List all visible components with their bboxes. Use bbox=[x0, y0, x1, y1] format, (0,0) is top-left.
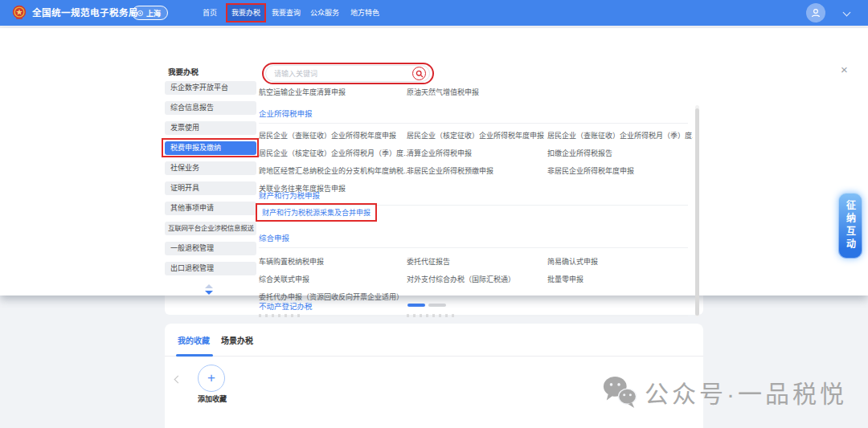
search-button[interactable] bbox=[412, 67, 426, 80]
location-pin-icon bbox=[137, 10, 144, 17]
sidebar-item-other-matters[interactable]: 其他事项申请 bbox=[165, 202, 256, 215]
service-link[interactable]: 居民企业（核定征收）企业所得税年度申报 bbox=[407, 130, 547, 141]
interaction-floating-button[interactable]: 征纳互动 bbox=[838, 193, 862, 259]
user-icon bbox=[810, 7, 821, 18]
nav-item-home[interactable]: 首页 bbox=[203, 0, 217, 26]
tab-my-favorites[interactable]: 我的收藏 bbox=[178, 334, 210, 346]
interaction-button-label: 征纳互动 bbox=[844, 200, 858, 251]
service-link[interactable]: 非居民企业所得税年度申报 bbox=[547, 165, 693, 176]
tab-scenario-tax[interactable]: 场景办税 bbox=[221, 334, 253, 346]
scroll-up-icon[interactable] bbox=[205, 284, 213, 288]
account-chevron-down-icon[interactable] bbox=[843, 9, 851, 17]
top-bar: 全国统一规范电子税务局 上海 首页 我要办税 我要查询 公众服务 地方特色 bbox=[0, 0, 868, 26]
service-link[interactable]: 居民企业（查账征收）企业所得税年度申报 bbox=[259, 130, 407, 141]
sidebar-scroll-arrows[interactable] bbox=[203, 284, 215, 295]
section-corporate-income-tax: 企业所得税申报 居民企业（查账征收）企业所得税年度申报 居民企业（核定征收）企业… bbox=[259, 108, 693, 194]
wechat-icon bbox=[601, 375, 638, 409]
sidebar-item-invoice-use[interactable]: 发票使用 bbox=[165, 121, 256, 135]
sidebar-item-certificate[interactable]: 证明开具 bbox=[165, 181, 256, 195]
service-link[interactable]: 扣缴企业所得税报告 bbox=[547, 148, 693, 158]
tax-services-dropdown-panel: 我要办税 乐企数字开放平台 综合信息报告 发票使用 税费申报及缴纳 社保业务 证… bbox=[0, 28, 868, 296]
service-link-property-behavior-tax-collection[interactable]: 财产和行为税税源采集及合并申报 bbox=[256, 203, 377, 222]
sidebar-title: 我要办税 bbox=[168, 66, 199, 77]
section-divider bbox=[259, 247, 688, 248]
search-icon bbox=[416, 70, 424, 78]
national-emblem-icon bbox=[11, 5, 27, 21]
location-badge[interactable]: 上海 bbox=[132, 6, 168, 20]
tabs-divider bbox=[165, 356, 703, 357]
search-input[interactable] bbox=[265, 65, 430, 82]
scroll-down-icon[interactable] bbox=[205, 291, 213, 295]
sidebar-item-info-report[interactable]: 综合信息报告 bbox=[165, 101, 256, 115]
section-comprehensive-filing: 综合申报 车辆购置税纳税申报 委托代征报告 简易确认式申报 综合关联式申报 对外… bbox=[259, 232, 693, 302]
panel-scrollbar-thumb[interactable] bbox=[695, 108, 699, 316]
nav-item-query[interactable]: 我要查询 bbox=[272, 0, 301, 26]
nav-item-local-features[interactable]: 地方特色 bbox=[350, 0, 379, 26]
nav-item-tax-services[interactable]: 我要办税 bbox=[226, 3, 266, 22]
service-link[interactable]: 清算企业所得税申报 bbox=[407, 148, 547, 158]
section-divider bbox=[259, 123, 688, 124]
service-link[interactable]: 简易确认式申报 bbox=[547, 256, 693, 267]
sidebar-item-leqi-platform[interactable]: 乐企数字开放平台 bbox=[165, 81, 256, 95]
service-link[interactable]: 跨地区经营汇总纳税企业的分支机构年度纳税... bbox=[259, 165, 407, 176]
section-title: 企业所得税申报 bbox=[259, 108, 693, 119]
carousel-left-chevron-icon[interactable] bbox=[174, 376, 182, 384]
sidebar-item-internet-platform-report[interactable]: 互联网平台企业涉税信息报送 bbox=[165, 222, 256, 235]
service-link[interactable]: 原油天然气增值税申报 bbox=[407, 87, 547, 97]
sidebar-item-general-refund[interactable]: 一般退税管理 bbox=[165, 242, 256, 255]
service-link[interactable]: 车辆购置税纳税申报 bbox=[259, 256, 407, 267]
sidebar-item-social-security[interactable]: 社保业务 bbox=[165, 161, 256, 175]
service-link[interactable]: 批量零申报 bbox=[547, 274, 693, 284]
service-link[interactable]: 委托代征报告 bbox=[407, 256, 547, 267]
service-link[interactable]: 航空运输企业年度清算申报 bbox=[259, 87, 407, 97]
app-title: 全国统一规范电子税务局 bbox=[32, 0, 138, 26]
sidebar-item-export-refund[interactable]: 出口退税管理 bbox=[165, 262, 256, 275]
plus-icon: + bbox=[207, 370, 215, 386]
add-favorite-label: 添加收藏 bbox=[197, 393, 227, 404]
watermark-text: 公众号·一品税悦 bbox=[645, 374, 847, 410]
location-label: 上海 bbox=[146, 8, 161, 18]
active-tab-underline bbox=[176, 354, 213, 357]
section-title: 不动产登记办税 bbox=[259, 300, 693, 312]
section-title: 财产和行为税申报 bbox=[259, 190, 693, 201]
watermark: 公众号·一品税悦 bbox=[601, 374, 847, 410]
service-row: 航空运输企业年度清算申报 原油天然气增值税申报 bbox=[259, 87, 693, 97]
section-divider bbox=[259, 316, 688, 316]
section-title: 综合申报 bbox=[259, 232, 693, 243]
clipped-row-fragment bbox=[259, 314, 304, 317]
service-link[interactable]: 综合关联式申报 bbox=[259, 274, 407, 284]
user-avatar[interactable] bbox=[806, 3, 825, 22]
service-link[interactable]: 对外支付综合办税（国际汇税通） bbox=[407, 274, 547, 284]
section-real-estate-registration: 不动产登记办税 bbox=[259, 300, 693, 316]
clipped-row-fragment bbox=[407, 314, 457, 317]
service-link[interactable]: 居民企业（查账征收）企业所得税月（季）度... bbox=[547, 130, 693, 141]
add-favorite-button[interactable]: + bbox=[198, 365, 225, 392]
service-link[interactable]: 居民企业（核定征收）企业所得税月（季）度... bbox=[259, 148, 407, 158]
nav-item-public-services[interactable]: 公众服务 bbox=[310, 0, 339, 26]
service-link[interactable]: 非居民企业所得税预缴申报 bbox=[407, 165, 547, 176]
sidebar-item-tax-filing-payment[interactable]: 税费申报及缴纳 bbox=[165, 141, 256, 155]
close-icon[interactable]: × bbox=[841, 63, 848, 75]
